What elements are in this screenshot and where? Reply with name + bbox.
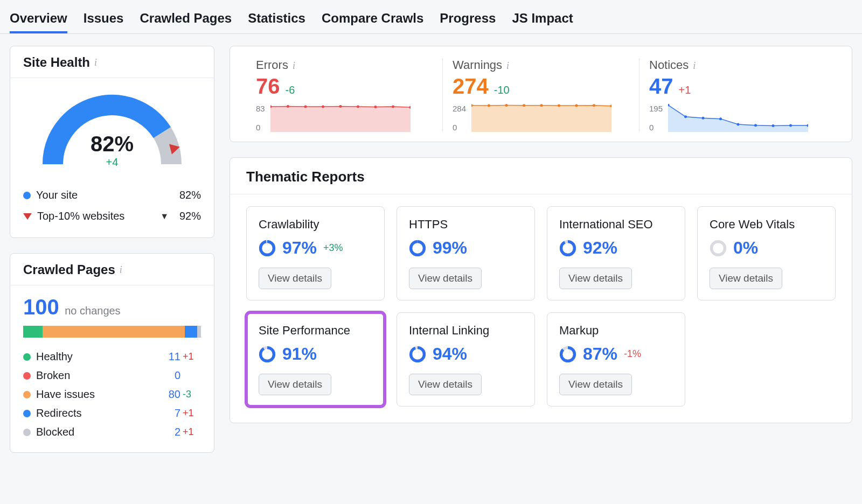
info-icon[interactable]: i <box>693 60 696 71</box>
row-change: -3 <box>183 389 201 400</box>
triangle-icon <box>23 213 32 220</box>
donut-icon <box>559 240 576 257</box>
donut-icon <box>710 240 727 257</box>
info-icon[interactable]: i <box>94 57 97 68</box>
tab-progress[interactable]: Progress <box>440 5 496 33</box>
crawled-bar <box>23 326 201 338</box>
crawled-pages-title: Crawled Pages <box>23 262 115 277</box>
metric-errors[interactable]: Errorsi76-6830 <box>246 58 442 132</box>
row-value: 2 <box>155 426 180 438</box>
row-value: 11 <box>155 351 180 363</box>
crawled-row[interactable]: Healthy11+1 <box>23 347 201 366</box>
metric-warnings[interactable]: Warningsi274-102840 <box>442 58 639 132</box>
view-details-button[interactable]: View details <box>559 374 632 395</box>
report-pct: 91% <box>282 344 317 364</box>
view-details-button[interactable]: View details <box>710 268 782 289</box>
bar-segment <box>23 326 43 338</box>
report-title: Site Performance <box>259 324 372 338</box>
row-value: 0 <box>155 369 180 382</box>
crawled-total: 100 <box>23 295 59 319</box>
svg-point-8 <box>392 106 394 108</box>
view-details-button[interactable]: View details <box>559 268 632 289</box>
legend-row: Your site82% <box>23 185 201 206</box>
metric-value: 274 <box>453 74 489 99</box>
legend-value: 92% <box>169 210 201 222</box>
tab-compare-crawls[interactable]: Compare Crawls <box>322 5 423 33</box>
svg-point-36 <box>261 347 274 361</box>
metric-notices[interactable]: Noticesi47+11950 <box>639 58 836 132</box>
svg-point-29 <box>261 241 274 255</box>
row-change: +1 <box>183 408 201 419</box>
bar-segment <box>197 326 201 338</box>
row-change: +1 <box>183 351 201 362</box>
info-icon[interactable]: i <box>506 60 509 71</box>
tab-statistics[interactable]: Statistics <box>248 5 305 33</box>
tab-crawled-pages[interactable]: Crawled Pages <box>140 5 232 33</box>
donut-icon <box>259 346 276 363</box>
bar-segment <box>43 326 185 338</box>
svg-point-33 <box>561 241 575 255</box>
row-value: 80 <box>155 388 180 401</box>
view-details-button[interactable]: View details <box>259 268 331 289</box>
crawled-row[interactable]: Have issues80-3 <box>23 385 201 404</box>
thematic-reports-card: Thematic Reports Crawlability97%+3%View … <box>230 157 852 423</box>
sparkline-icon <box>270 104 411 132</box>
report-site-performance: Site Performance91%View details <box>246 312 385 407</box>
tabs-bar: OverviewIssuesCrawled PagesStatisticsCom… <box>0 0 862 34</box>
crawled-row[interactable]: Blocked2+1 <box>23 423 201 442</box>
svg-point-13 <box>523 104 525 107</box>
view-details-button[interactable]: View details <box>259 374 331 395</box>
info-icon[interactable]: i <box>120 264 122 276</box>
crawled-row[interactable]: Broken0 <box>23 366 201 385</box>
legend-row[interactable]: Top-10% websites▼92% <box>23 206 201 227</box>
chevron-down-icon[interactable]: ▼ <box>160 212 169 221</box>
site-health-card: Site Health i 82% +4 Your site82%Top-10% <box>10 46 214 238</box>
report-markup: Markup87%-1%View details <box>547 312 685 407</box>
crawled-row[interactable]: Redirects7+1 <box>23 404 201 423</box>
info-icon[interactable]: i <box>293 60 295 71</box>
tab-overview[interactable]: Overview <box>10 5 67 33</box>
report-delta: -1% <box>624 348 641 360</box>
legend-label: Top-10% websites <box>37 210 157 222</box>
svg-point-2 <box>287 105 289 108</box>
view-details-button[interactable]: View details <box>409 268 482 289</box>
svg-point-24 <box>754 124 757 127</box>
row-label: Redirects <box>36 407 155 419</box>
svg-point-38 <box>411 347 425 361</box>
svg-point-17 <box>593 104 595 107</box>
svg-point-25 <box>772 124 775 127</box>
dot-icon <box>23 372 31 380</box>
y-axis: 1950 <box>649 104 663 132</box>
row-label: Healthy <box>36 351 155 363</box>
donut-icon <box>409 346 426 363</box>
donut-icon <box>409 240 426 257</box>
svg-point-31 <box>411 241 425 255</box>
report-pct: 97% <box>282 238 317 258</box>
metrics-card: Errorsi76-6830Warningsi274-102840Notices… <box>230 46 852 142</box>
svg-point-12 <box>505 104 508 107</box>
report-title: HTTPS <box>409 218 523 232</box>
report-internal-linking: Internal Linking94%View details <box>397 312 535 407</box>
dot-icon <box>23 391 31 398</box>
legend-value: 82% <box>169 189 201 201</box>
dot-icon <box>23 429 31 436</box>
tab-js-impact[interactable]: JS Impact <box>512 5 573 33</box>
svg-point-34 <box>712 241 725 255</box>
svg-point-22 <box>719 117 722 120</box>
row-change: +1 <box>183 426 201 438</box>
svg-point-6 <box>357 106 359 108</box>
report-crawlability: Crawlability97%+3%View details <box>246 206 385 300</box>
report-title: Core Web Vitals <box>710 218 823 232</box>
crawled-subtext: no changes <box>65 305 120 317</box>
svg-point-7 <box>374 106 377 108</box>
donut-icon <box>559 346 576 363</box>
tab-issues[interactable]: Issues <box>84 5 124 33</box>
view-details-button[interactable]: View details <box>409 374 482 395</box>
row-label: Broken <box>36 369 155 382</box>
dot-icon <box>23 410 31 417</box>
site-health-gauge: 82% +4 <box>37 89 187 175</box>
dot-icon <box>23 353 31 361</box>
gauge-delta: +4 <box>37 156 187 169</box>
metric-delta: -10 <box>494 84 510 96</box>
report-title: International SEO <box>559 218 673 232</box>
